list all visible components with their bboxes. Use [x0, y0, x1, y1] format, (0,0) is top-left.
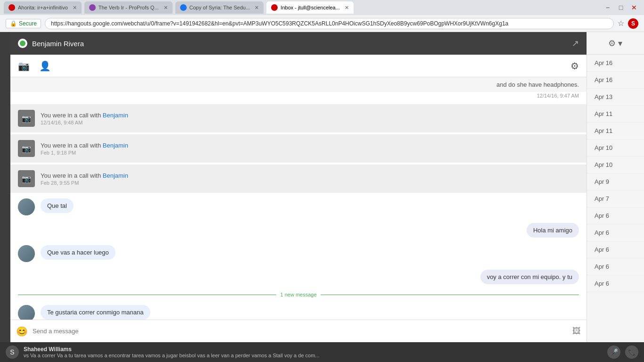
sidebar-header: ⚙ ▾ — [587, 32, 644, 55]
divider-label: 1 new message — [280, 292, 316, 297]
avatar-benjamin-3 — [18, 305, 35, 320]
date-item-4[interactable]: Apr 11 — [587, 123, 644, 140]
date-item-10[interactable]: Apr 6 — [587, 224, 644, 241]
call-info-2: You were in a call with Benjamin Feb 1, … — [41, 142, 128, 156]
date-item-12[interactable]: Apr 6 — [587, 258, 644, 275]
sidebar-settings-icon[interactable]: ⚙ ▾ — [608, 38, 622, 49]
title-bar: Ahorita: ir+a+infinitivo ✕ The Verb Ir -… — [0, 0, 644, 15]
call-text-2: You were in a call with Benjamin — [41, 142, 128, 149]
add-person-button[interactable]: 👤 — [39, 60, 51, 72]
image-button[interactable]: 🖼 — [572, 326, 581, 336]
call-icon-3: 📷 — [18, 170, 35, 187]
tab-4-close[interactable]: ✕ — [345, 5, 349, 11]
partial-message-text: and do she have headphones. — [496, 81, 579, 88]
lock-icon: 🔒 — [10, 20, 17, 27]
bottom-strip: S Shaheed Williams vs Va a correr Va a t… — [0, 342, 644, 362]
message-input-area: 😊 🖼 — [10, 320, 586, 342]
tab-2-favicon — [89, 4, 96, 11]
hangouts-container: Benjamin Rivera ↗ 📷 👤 ⚙ and do she have … — [10, 32, 586, 342]
bubble-que-vas: Que vas a hacer luego — [41, 245, 116, 260]
call-text-3: You were in a call with Benjamin — [41, 172, 128, 179]
avatar-img-1 — [18, 198, 35, 215]
bottom-strip-content: Shaheed Williams vs Va a correr Va a tu … — [24, 346, 603, 358]
left-panel — [0, 32, 10, 342]
bottom-strip-message: vs Va a correr Va a tu tarea vamos a enc… — [24, 353, 603, 358]
call-record-1: 📷 You were in a call with Benjamin 12/14… — [10, 104, 586, 132]
call-icon-1: 📷 — [18, 110, 35, 127]
tab-4[interactable]: Inbox - jtull@sciencelea... ✕ — [266, 1, 354, 14]
tab-2[interactable]: The Verb Ir - ProProfs Q... ✕ — [84, 1, 173, 14]
tab-1[interactable]: Ahorita: ir+a+infinitivo ✕ — [4, 1, 82, 14]
call-text-1: You were in a call with Benjamin — [41, 112, 128, 119]
messages-area[interactable]: and do she have headphones. 12/14/16, 9:… — [10, 77, 586, 320]
date-item-2[interactable]: Apr 13 — [587, 89, 644, 106]
tab-4-label: Inbox - jtull@sciencelea... — [281, 5, 340, 10]
call-contact-2[interactable]: Benjamin — [103, 142, 128, 149]
hangouts-logo-inner — [20, 41, 25, 46]
date-item-5[interactable]: Apr 10 — [587, 140, 644, 156]
message-input[interactable] — [33, 328, 568, 335]
content-area: Benjamin Rivera ↗ 📷 👤 ⚙ and do she have … — [0, 32, 644, 342]
call-icon-2: 📷 — [18, 140, 35, 157]
hangouts-logo — [18, 39, 27, 48]
date-item-3[interactable]: Apr 11 — [587, 106, 644, 123]
divider-line-left — [18, 295, 276, 295]
avatar-benjamin-2 — [18, 245, 35, 262]
date-item-11[interactable]: Apr 6 — [587, 241, 644, 258]
url-bar[interactable]: https://hangouts.google.com/webchat/u/0/… — [45, 18, 614, 29]
call-info-1: You were in a call with Benjamin 12/14/1… — [41, 112, 128, 125]
call-prefix-2: You were in a call with — [41, 142, 103, 149]
window-controls: − □ ✕ — [602, 1, 640, 14]
settings-icon[interactable]: ⚙ — [570, 61, 579, 71]
bubble-voy: voy a correr con mi equipo. y tu — [480, 270, 579, 284]
expand-icon[interactable]: ↗ — [572, 38, 579, 49]
message-voy: voy a correr con mi equipo. y tu — [10, 266, 586, 288]
tab-3-label: Copy of Syria: The Sedu... — [190, 5, 250, 10]
call-info-3: You were in a call with Benjamin Feb 28,… — [41, 172, 128, 186]
star-button[interactable]: ☆ — [618, 19, 624, 28]
avatar-img-3 — [18, 305, 35, 320]
emoji-button[interactable]: 😊 — [16, 326, 28, 337]
call-contact-3[interactable]: Benjamin — [103, 172, 128, 179]
tab-1-label: Ahorita: ir+a+infinitivo — [18, 5, 68, 10]
call-prefix-1: You were in a call with — [41, 112, 103, 119]
call-time-1: 12/14/16, 9:48 AM — [41, 120, 128, 125]
maximize-button[interactable]: □ — [615, 1, 627, 14]
date-item-7[interactable]: Apr 9 — [587, 173, 644, 190]
bubble-hola: Hola mi amigo — [527, 223, 579, 238]
call-prefix-3: You were in a call with — [41, 172, 103, 179]
message-hola: Hola mi amigo — [10, 219, 586, 241]
call-time-2: Feb 1, 9:18 PM — [41, 150, 128, 156]
secure-label: Secure — [19, 20, 37, 27]
date-item-6[interactable]: Apr 10 — [587, 156, 644, 173]
phone-icon[interactable]: 📞 — [625, 346, 638, 359]
message-que-tal: Que tal — [10, 195, 586, 219]
bubble-te-gustaria: Te gustaria correr conmigo manana — [41, 305, 150, 320]
avatar-benjamin-1 — [18, 198, 35, 215]
profile-button[interactable]: S — [628, 18, 638, 29]
tab-1-close[interactable]: ✕ — [73, 5, 77, 11]
date-item-13[interactable]: Apr 6 — [587, 275, 644, 292]
mic-icon[interactable]: 🎤 — [607, 346, 620, 359]
minimize-button[interactable]: − — [602, 1, 614, 14]
tab-2-close[interactable]: ✕ — [164, 5, 168, 11]
date-item-1[interactable]: Apr 16 — [587, 72, 644, 89]
address-bar: 🔒 Secure https://hangouts.google.com/web… — [0, 15, 644, 32]
tab-3-close[interactable]: ✕ — [255, 5, 259, 11]
tab-3[interactable]: Copy of Syria: The Sedu... ✕ — [175, 1, 264, 14]
new-message-divider: 1 new message — [10, 288, 586, 301]
call-contact-1[interactable]: Benjamin — [103, 112, 128, 119]
date-item-0[interactable]: Apr 16 — [587, 55, 644, 72]
bottom-contact-name: Shaheed Williams — [24, 346, 603, 353]
call-record-3: 📷 You were in a call with Benjamin Feb 2… — [10, 165, 586, 193]
message-te-gustaria: Te gustaria correr conmigo manana — [10, 301, 586, 320]
toolbar: 📷 👤 ⚙ — [10, 55, 586, 77]
tab-3-favicon — [180, 4, 187, 11]
hangouts-header: Benjamin Rivera ↗ — [10, 32, 586, 55]
close-button[interactable]: ✕ — [628, 1, 640, 14]
video-call-button[interactable]: 📷 — [18, 60, 30, 72]
secure-badge: 🔒 Secure — [6, 19, 41, 28]
date-item-9[interactable]: Apr 6 — [587, 207, 644, 224]
settings-button[interactable]: ⚙ — [570, 60, 579, 72]
date-item-8[interactable]: Apr 7 — [587, 190, 644, 207]
